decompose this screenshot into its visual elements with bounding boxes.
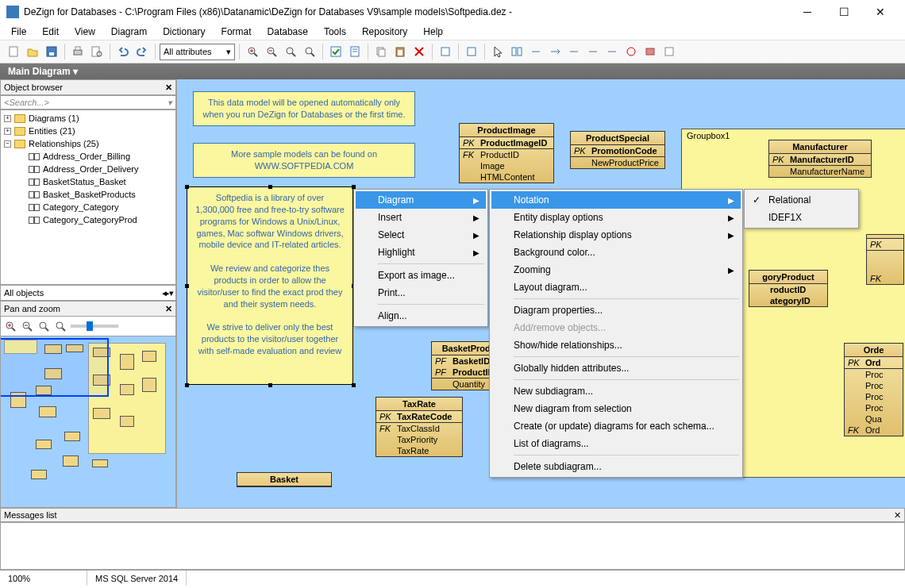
menu-item[interactable]: Globally hidden attributes... [491, 359, 741, 377]
menu-item[interactable]: Layout diagram... [491, 279, 741, 296]
tree-node[interactable]: Basket_BasketProducts [2, 188, 174, 201]
zoom-out-icon[interactable] [21, 320, 33, 332]
menu-item[interactable]: Delete subdiagram... [491, 458, 741, 475]
rel-tool4-icon[interactable] [584, 43, 602, 60]
note-box-selected[interactable]: Softpedia is a library of over 1,300,000… [187, 186, 353, 385]
redo-icon[interactable] [133, 43, 151, 60]
note-box[interactable]: More sample models can be found on WWW.S… [193, 143, 415, 178]
zoom-in-icon[interactable] [4, 320, 17, 332]
close-icon[interactable]: ✕ [165, 304, 172, 314]
maximize-button[interactable]: ☐ [826, 0, 862, 24]
print-preview-icon[interactable] [88, 43, 106, 60]
tree-node[interactable]: +Entities (21) [2, 125, 174, 137]
copy-icon[interactable] [372, 43, 390, 60]
object-tree[interactable]: +Diagrams (1)+Entities (21)−Relationship… [0, 110, 176, 285]
entity-partial[interactable]: PKFK [866, 234, 904, 285]
menu-item[interactable]: Zooming▶ [491, 261, 741, 279]
menu-item[interactable]: IDEF1X [746, 209, 857, 226]
zoom-fit-icon[interactable] [37, 320, 50, 332]
undo-icon[interactable] [114, 43, 132, 60]
tree-node[interactable]: −Relationships (25) [2, 137, 174, 150]
menu-tools[interactable]: Tools [318, 25, 352, 39]
rel-tool2-icon[interactable] [546, 43, 564, 60]
open-icon[interactable] [24, 43, 41, 60]
tree-node[interactable]: Category_CategoryProd [2, 213, 174, 226]
close-button[interactable]: ✕ [862, 0, 899, 24]
entity-productimage[interactable]: ProductImagePKProductImageIDFKProductIDI… [459, 123, 554, 183]
menu-item[interactable]: Print... [356, 284, 486, 302]
menu-item[interactable]: Align... [356, 307, 486, 325]
entity-productspecial[interactable]: ProductSpecialPKPromotionCodeNewProductP… [570, 131, 665, 169]
menu-item[interactable]: Background color... [491, 244, 741, 261]
tree-node[interactable]: Category_Category [2, 201, 174, 213]
menu-repository[interactable]: Repository [356, 25, 414, 39]
menu-database[interactable]: Database [261, 25, 314, 39]
zoom-fit-icon[interactable] [282, 43, 299, 60]
note-box[interactable]: This data model will be opened automatic… [193, 91, 415, 126]
minimap[interactable] [0, 336, 176, 508]
menu-diagram[interactable]: Diagram [105, 25, 153, 39]
entity-taxrate[interactable]: TaxRatePKTaxRateCodeFKTaxClassIdTaxPrior… [375, 397, 463, 457]
note-tool-icon[interactable] [660, 43, 678, 60]
entity-basket[interactable]: Basket [237, 472, 332, 487]
diagram-tab[interactable]: Main Diagram ▾ [0, 63, 905, 79]
tool-icon[interactable] [437, 43, 454, 60]
menu-item[interactable]: Insert▶ [356, 209, 486, 226]
entity-categoryproduct[interactable]: goryProductroductIDategoryID [749, 270, 828, 307]
menu-view[interactable]: View [68, 25, 102, 39]
check-icon[interactable] [327, 43, 345, 60]
zoom-100-icon[interactable] [54, 320, 67, 332]
rel-tool-icon[interactable] [527, 43, 545, 60]
search-input[interactable]: <Search...>▾ [0, 95, 176, 110]
save-icon[interactable] [43, 43, 60, 60]
menu-item[interactable]: Add/remove objects... [491, 319, 741, 336]
zoom-100-icon[interactable] [301, 43, 318, 60]
menu-item[interactable]: Create (or update) diagrams for each sch… [491, 417, 741, 435]
menu-dictionary[interactable]: Dictionary [156, 25, 211, 39]
menu-item[interactable]: Diagram properties... [491, 302, 741, 319]
menu-item[interactable]: Diagram▶ [356, 191, 486, 209]
menu-item[interactable]: Export as image... [356, 267, 486, 284]
diagram-canvas[interactable]: This data model will be opened automatic… [177, 79, 905, 508]
menu-edit[interactable]: Edit [36, 25, 65, 39]
paste-icon[interactable] [391, 43, 409, 60]
menu-format[interactable]: Format [215, 25, 258, 39]
menu-item[interactable]: Notation▶ [491, 191, 741, 209]
print-icon[interactable] [69, 43, 87, 60]
minimize-button[interactable]: ─ [789, 0, 826, 24]
new-icon[interactable] [5, 43, 22, 60]
tool2-icon[interactable] [463, 43, 480, 60]
tree-node[interactable]: +Diagrams (1) [2, 112, 174, 125]
menu-item[interactable]: Entity display options▶ [491, 209, 741, 226]
menu-item[interactable]: Show/hide relationships... [491, 336, 741, 354]
delete-icon[interactable] [410, 43, 428, 60]
attributes-dropdown[interactable]: All attributes▾ [160, 44, 235, 60]
menu-item[interactable]: List of diagrams... [491, 435, 741, 452]
all-objects-dropdown[interactable]: All objects◂▸ ▾ [0, 285, 176, 301]
close-icon[interactable]: ✕ [894, 510, 901, 521]
menu-item[interactable]: ✓Relational [746, 191, 857, 209]
menu-item[interactable]: New diagram from selection [491, 400, 741, 417]
messages-list[interactable] [0, 522, 905, 570]
menu-file[interactable]: File [5, 25, 33, 39]
pointer-icon[interactable] [489, 43, 506, 60]
zoom-out-icon[interactable] [263, 43, 280, 60]
entity-order[interactable]: OrdePKOrdProcProcProcProcQuaFKOrd [844, 343, 903, 436]
circle-tool-icon[interactable] [622, 43, 640, 60]
menu-item[interactable]: Select▶ [356, 226, 486, 244]
menu-item[interactable]: Highlight▶ [356, 244, 486, 261]
entity-manufacturer[interactable]: ManufacturerPKManufacturerIDManufacturer… [768, 140, 872, 178]
close-icon[interactable]: ✕ [165, 83, 172, 93]
zoom-slider[interactable] [71, 325, 118, 328]
tree-node[interactable]: BasketStatus_Basket [2, 175, 174, 188]
menu-help[interactable]: Help [417, 25, 449, 39]
rel-tool3-icon[interactable] [565, 43, 583, 60]
tree-node[interactable]: Address_Order_Delivery [2, 163, 174, 175]
tree-node[interactable]: Address_Order_Billing [2, 150, 174, 163]
menu-item[interactable]: New subdiagram... [491, 382, 741, 400]
rel-tool5-icon[interactable] [603, 43, 621, 60]
rect-tool-icon[interactable] [641, 43, 659, 60]
entity-tool-icon[interactable] [508, 43, 526, 60]
menu-item[interactable]: Relationship display options▶ [491, 226, 741, 244]
zoom-in-icon[interactable] [244, 43, 261, 60]
